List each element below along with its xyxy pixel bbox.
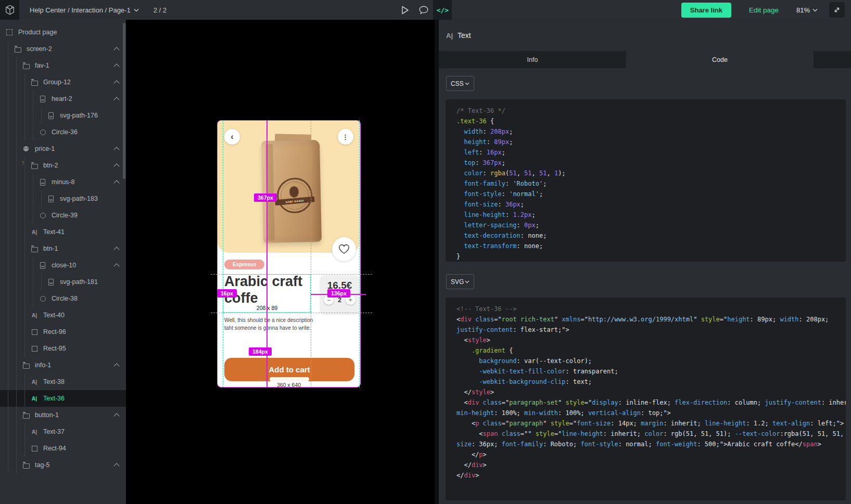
chevron-down-icon [465, 82, 469, 85]
tree-item-text-36[interactable]: Text-36 [0, 390, 126, 407]
code-line: font-size: 36px; [456, 199, 841, 210]
tree-item-close-10[interactable]: close-10 [0, 257, 126, 274]
tree-item-rect-94[interactable]: Rect-94 [0, 440, 126, 457]
frame-layer-icon [5, 28, 14, 36]
tree-item-circle-38[interactable]: Circle-38 [0, 290, 126, 307]
tree-item-fav-1[interactable]: fav-1 [0, 57, 126, 74]
indent-guide [14, 190, 22, 207]
tree-item-screen-2[interactable]: screen-2 [0, 41, 126, 57]
indent-guide [22, 190, 30, 207]
back-button[interactable]: ‹ [224, 129, 240, 145]
code-line: </div> [456, 470, 841, 481]
indent-guide [5, 157, 14, 174]
tree-item-label: Group-12 [43, 79, 71, 86]
circle-layer-icon [39, 211, 47, 219]
svg-language-select[interactable]: SVG [446, 274, 474, 289]
more-menu-button[interactable]: ⋮ [338, 129, 353, 145]
description-line-1: Well, this should be a nice description [224, 317, 313, 323]
chevron-up-icon[interactable] [113, 263, 119, 269]
rect-layer-icon [30, 328, 39, 336]
comment-button[interactable] [414, 0, 433, 20]
chevron-up-icon[interactable] [113, 97, 119, 102]
tree-item-text-41[interactable]: Text-41 [0, 224, 126, 240]
tree-item-price-1[interactable]: price-1 [0, 140, 126, 157]
chevron-up-icon[interactable] [113, 47, 119, 53]
tree-item-rect-95[interactable]: Rect-95 [0, 340, 126, 357]
fullscreen-button[interactable] [829, 2, 845, 18]
svgfile-layer-icon [39, 95, 47, 103]
chevron-up-icon[interactable] [113, 463, 119, 469]
chevron-down-icon [134, 8, 139, 12]
tree-item-text-37[interactable]: Text-37 [0, 423, 126, 440]
indent-guide [14, 423, 22, 440]
tree-item-svg-path-183[interactable]: svg-path-183 [0, 190, 126, 207]
play-icon [401, 6, 409, 15]
indent-guide [5, 307, 14, 324]
code-mode-button[interactable]: </> [433, 0, 452, 20]
indent-guide [39, 107, 47, 124]
indent-guide [30, 290, 39, 307]
breadcrumb[interactable]: Help Center / Interaction / Page-1 [30, 6, 139, 14]
code-line: <p class="paragraph" style="font-size: 1… [456, 418, 841, 429]
chevron-up-icon[interactable] [113, 80, 119, 86]
text-layer-icon [30, 428, 39, 436]
zoom-level-control[interactable]: 81% [796, 6, 818, 14]
tree-item-button-1[interactable]: button-1 [0, 407, 126, 423]
inspector-header: A| Text [439, 20, 851, 51]
chevron-up-icon[interactable] [113, 413, 119, 419]
zoom-level-value: 81% [796, 6, 810, 14]
tab-info[interactable]: Info [439, 51, 626, 68]
indent-guide [30, 107, 39, 124]
indent-guide [30, 124, 39, 140]
tree-item-svg-path-181[interactable]: svg-path-181 [0, 274, 126, 290]
tree-item-label: screen-2 [27, 45, 52, 53]
indent-guide [5, 91, 14, 107]
chevron-up-icon[interactable] [113, 63, 119, 69]
chevron-up-icon[interactable] [113, 163, 119, 169]
code-line: text-transform: none; [456, 241, 841, 251]
edit-page-link[interactable]: Edit page [749, 6, 779, 14]
play-button[interactable] [396, 0, 414, 20]
app-logo[interactable] [0, 0, 19, 20]
indent-guide [22, 340, 30, 357]
phone-frame: NABI NAHUI ‹ ⋮ Expresso Arabic craft cof… [217, 120, 361, 387]
indent-guide [22, 373, 30, 390]
bag-body: NABI NAHUI [261, 140, 322, 243]
chevron-up-icon[interactable] [113, 363, 119, 369]
css-language-select[interactable]: CSS [446, 76, 474, 91]
code-line: text-decoration: none; [456, 230, 841, 241]
chevron-up-icon[interactable] [113, 147, 119, 152]
text-layer-icon [30, 394, 39, 403]
tree-item-product page[interactable]: Product page [0, 24, 126, 41]
tree-item-group-12[interactable]: Group-12 [0, 74, 126, 91]
favorite-button[interactable] [332, 237, 356, 261]
tree-item-minus-8[interactable]: minus-8 [0, 174, 126, 190]
tree-item-svg-path-176[interactable]: svg-path-176 [0, 107, 126, 124]
tab-code[interactable]: Code [626, 51, 814, 68]
tree-item-heart-2[interactable]: heart-2 [0, 91, 126, 107]
description-line-2: taht someone is gonna have to write. [224, 325, 311, 331]
folder-layer-icon [30, 161, 39, 170]
guide-vertical-right [311, 120, 311, 387]
tree-item-rect-96[interactable]: Rect-96 [0, 324, 126, 340]
indent-guide [14, 257, 22, 274]
tree-item-tag-5[interactable]: tag-5 [0, 457, 126, 473]
chevron-down-icon [812, 8, 818, 12]
tree-item-text-38[interactable]: Text-38 [0, 373, 126, 390]
tree-item-circle-39[interactable]: Circle-39 [0, 207, 126, 224]
indent-guide [5, 274, 14, 290]
measure-badge-top: 367px [254, 193, 277, 202]
tree-item-info-1[interactable]: info-1 [0, 357, 126, 373]
layers-sidebar: Product pagescreen-2fav-1Group-12heart-2… [0, 20, 126, 504]
tree-item-text-40[interactable]: Text-40 [0, 307, 126, 324]
tree-item-circle-36[interactable]: Circle-36 [0, 124, 126, 140]
share-link-button[interactable]: Share link [681, 3, 731, 18]
chevron-up-icon[interactable] [113, 247, 119, 252]
tree-item-btn-1[interactable]: btn-1 [0, 240, 126, 257]
tree-item-btn-2[interactable]: btn-2 [0, 157, 126, 174]
measure-badge-bottom: 184px [249, 347, 272, 356]
folder-layer-icon [30, 78, 39, 86]
chevron-up-icon[interactable] [113, 180, 119, 186]
tree-item-label: fav-1 [35, 62, 49, 69]
sidebar-scrollbar[interactable] [123, 23, 125, 179]
